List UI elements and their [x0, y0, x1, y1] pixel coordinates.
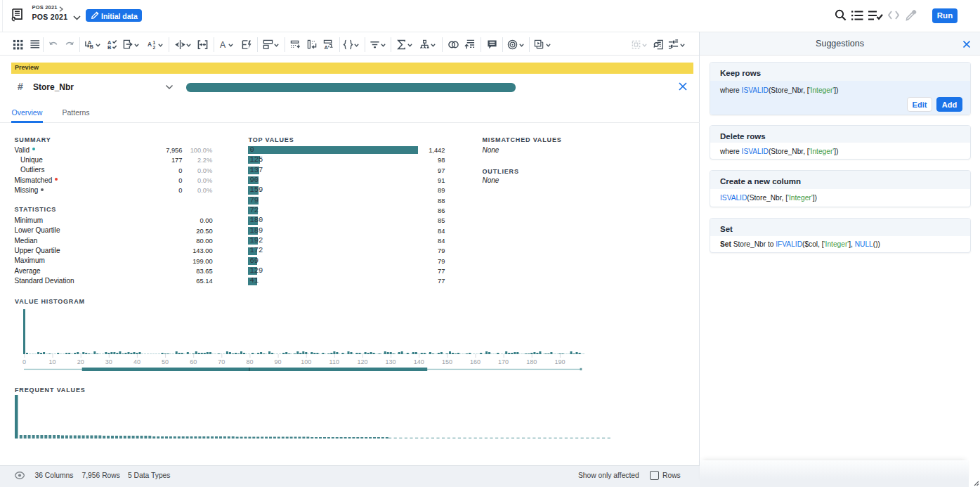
svg-text:110: 110: [329, 358, 339, 365]
svg-text:50: 50: [162, 358, 169, 365]
svg-text:10: 10: [48, 358, 55, 365]
svg-text:180: 180: [526, 358, 537, 365]
svg-text:190: 190: [554, 358, 565, 365]
svg-text:100: 100: [301, 358, 311, 365]
svg-text:60: 60: [190, 358, 197, 365]
svg-text:40: 40: [133, 358, 141, 365]
svg-text:70: 70: [218, 358, 225, 365]
svg-text:170: 170: [498, 358, 509, 365]
svg-text:B: B: [90, 44, 94, 50]
svg-text:A: A: [220, 40, 226, 50]
svg-text:0: 0: [22, 358, 26, 365]
svg-text:2: 2: [153, 45, 156, 50]
svg-text:1: 1: [153, 40, 156, 45]
svg-text:140: 140: [414, 358, 424, 365]
svg-text:150: 150: [442, 358, 452, 365]
svg-text:A: A: [148, 41, 152, 48]
svg-text:160: 160: [470, 358, 481, 365]
svg-text:30: 30: [105, 358, 112, 365]
svg-text:80: 80: [246, 358, 253, 365]
svg-text:B: B: [107, 44, 112, 50]
svg-text:130: 130: [386, 358, 396, 365]
svg-text:120: 120: [357, 358, 367, 365]
svg-text:90: 90: [275, 358, 282, 365]
svg-text:A: A: [324, 44, 328, 50]
svg-text:20: 20: [77, 358, 84, 365]
